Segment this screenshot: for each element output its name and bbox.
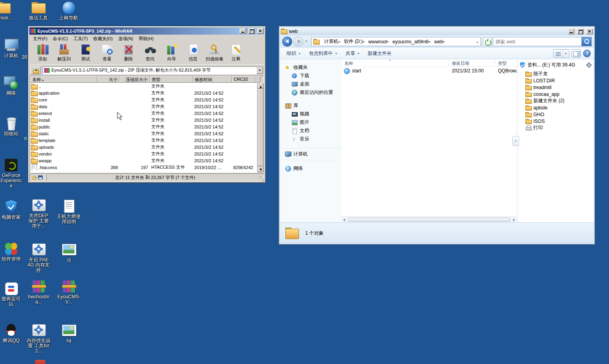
toolbar-button[interactable]: 添加 bbox=[32, 43, 53, 64]
change-view-button[interactable] bbox=[553, 49, 569, 58]
close-button[interactable] bbox=[257, 28, 264, 34]
column-header-size[interactable]: 大小 bbox=[97, 76, 119, 83]
desktop-icon-activation-tools[interactable]: 激活工具 bbox=[27, 1, 49, 21]
scrollbar-thumb[interactable] bbox=[258, 89, 264, 166]
desktop-icon-host-master-readme[interactable]: 主机大师使用说明 bbox=[57, 199, 81, 224]
desktop-icon-geforce-experience[interactable]: GeForce Experience bbox=[0, 158, 22, 189]
scroll-up-button[interactable] bbox=[258, 83, 264, 89]
maximize-button[interactable] bbox=[248, 28, 255, 34]
desktop-icon-hwshostma-archive[interactable]: hwshostma... bbox=[27, 280, 51, 305]
breadcrumb-separator-icon[interactable] bbox=[363, 40, 365, 43]
breadcrumb-separator-icon[interactable] bbox=[387, 40, 389, 43]
drive-panel-item[interactable]: 打印 bbox=[517, 125, 594, 131]
toolbar-button[interactable]: 注释 bbox=[225, 43, 247, 64]
help-icon[interactable] bbox=[583, 50, 591, 57]
breadcrumb-segment[interactable]: eyoucms_alt9m6 bbox=[390, 39, 432, 45]
explorer-titlebar[interactable]: web bbox=[280, 27, 594, 35]
desktop-icon-luj-image[interactable]: luj bbox=[57, 323, 81, 343]
organize-button[interactable]: 组织 bbox=[283, 49, 304, 58]
toolbar-button[interactable]: 解压到 bbox=[53, 43, 75, 64]
resize-grip[interactable] bbox=[260, 177, 264, 181]
desktop-icon-administrator[interactable]: ministr... bbox=[0, 1, 14, 21]
winrar-titlebar[interactable]: EyouCMS-V1.5.1-UTF8-SP3_142.zip - WinRAR bbox=[29, 27, 264, 35]
breadcrumb-segment[interactable]: web bbox=[432, 39, 446, 45]
column-header-modified[interactable]: 修改时间 bbox=[193, 76, 232, 83]
breadcrumb-segment[interactable]: wwwroot bbox=[366, 39, 390, 45]
desktop-icon-qq[interactable]: 腾讯QQ bbox=[0, 323, 22, 343]
file-row[interactable]: install 文件夹 2021/3/2 14:52 bbox=[30, 117, 257, 123]
desktop-icon-memory-optimizer[interactable]: 内存优化设置 工具for 2... bbox=[27, 323, 51, 354]
desktop-icon-software-manager[interactable]: 软件管理 bbox=[0, 242, 22, 262]
file-row[interactable]: application 文件夹 2021/3/2 14:52 bbox=[30, 90, 257, 96]
menu-item[interactable]: 收藏夹(O) bbox=[90, 35, 115, 43]
menu-item[interactable]: 命令(C) bbox=[50, 35, 70, 43]
scroll-down-button[interactable] bbox=[258, 166, 264, 172]
drive-panel-item[interactable]: treadmill bbox=[517, 84, 594, 91]
desktop-icon-network[interactable]: 网络 bbox=[0, 76, 22, 96]
file-row[interactable]: public 文件夹 2021/3/2 14:52 bbox=[30, 123, 257, 130]
new-folder-button[interactable]: 新建文件夹 bbox=[364, 49, 395, 58]
search-box[interactable] bbox=[493, 37, 591, 46]
archive-path-combobox[interactable]: EyouCMS-V1.5.1-UTF8-SP3_142.zip - ZIP 压缩… bbox=[43, 66, 264, 74]
file-row[interactable]: weapp 文件夹 2021/3/2 14:52 bbox=[30, 157, 257, 164]
scroll-left-button[interactable] bbox=[342, 217, 348, 222]
file-row[interactable]: data 文件夹 2021/3/2 14:52 bbox=[30, 103, 257, 110]
breadcrumb-segment[interactable]: 计算机 bbox=[322, 38, 342, 45]
address-bar[interactable]: 计算机软件 (D:)wwwrooteyoucms_alt9m6web bbox=[311, 37, 481, 46]
maximize-button[interactable] bbox=[577, 29, 584, 34]
desktop-icon-computer[interactable]: 计算机 bbox=[0, 39, 22, 58]
drive-panel-item[interactable]: LOST.DIR bbox=[517, 77, 594, 84]
drive-panel-item[interactable]: apkide bbox=[517, 104, 594, 111]
sidebar-item-network[interactable]: 网络 bbox=[280, 164, 342, 173]
file-row[interactable]: extend 文件夹 2021/3/2 14:52 bbox=[30, 110, 257, 117]
column-header-name[interactable]: 名称 bbox=[342, 59, 449, 66]
breadcrumb-separator-icon[interactable] bbox=[443, 40, 445, 43]
horizontal-scrollbar[interactable] bbox=[342, 216, 517, 222]
file-row[interactable]: uploads 文件夹 2021/3/2 14:52 bbox=[30, 144, 257, 150]
minimize-button[interactable] bbox=[240, 28, 246, 34]
file-row[interactable]: vendor 文件夹 2021/3/2 14:52 bbox=[30, 150, 257, 157]
view-dropdown-icon[interactable] bbox=[563, 50, 569, 57]
desktop-icon-web-navigation[interactable]: 上网导航 bbox=[57, 1, 80, 21]
gear-icon[interactable] bbox=[586, 62, 592, 68]
drive-panel-item[interactable]: coocaa_app bbox=[517, 91, 594, 97]
column-header-type[interactable]: 类型 bbox=[150, 76, 193, 83]
toolbar-button[interactable]: 测试 bbox=[75, 43, 96, 64]
search-input[interactable] bbox=[493, 37, 582, 46]
forward-button[interactable] bbox=[293, 37, 303, 47]
include-in-library-button[interactable]: 包含到库中 bbox=[305, 49, 341, 58]
desktop-icon-recycle-bin[interactable]: 回收站 bbox=[0, 117, 22, 136]
toolbar-button[interactable]: 向导 bbox=[161, 43, 182, 64]
file-row[interactable]: template 文件夹 2021/3/2 14:52 bbox=[30, 137, 257, 144]
sidebar-item[interactable]: 下载 bbox=[280, 72, 342, 80]
history-dropdown-button[interactable] bbox=[304, 37, 309, 46]
close-button[interactable] bbox=[586, 29, 593, 34]
sidebar-item[interactable]: 音乐 bbox=[280, 135, 342, 143]
menu-item[interactable]: 选项(N) bbox=[115, 35, 136, 43]
scrollbar-thumb[interactable] bbox=[348, 218, 510, 222]
sidebar-item[interactable]: 视频 bbox=[280, 110, 342, 118]
desktop-icon-cj-image[interactable]: cj bbox=[57, 243, 81, 263]
menu-item[interactable]: 帮助(H) bbox=[136, 35, 156, 43]
drive-panel-item[interactable]: 新建文件夹 (2) bbox=[517, 97, 594, 104]
menu-item[interactable]: 文件(F) bbox=[30, 35, 50, 43]
desktop-icon-es[interactable]: 图肯定可以 bbox=[0, 282, 22, 307]
sidebar-item[interactable]: 文档 bbox=[280, 127, 342, 135]
column-header-crc32[interactable]: CRC32 bbox=[232, 76, 256, 83]
file-row[interactable]: .htaccess 398 197 HTACCESS 文件 2019/10/22… bbox=[30, 164, 257, 171]
toolbar-button[interactable]: 扫描病毒 bbox=[204, 43, 225, 64]
sidebar-item[interactable]: 桌面 bbox=[280, 80, 342, 88]
back-button[interactable] bbox=[282, 37, 292, 47]
breadcrumb-separator-icon[interactable] bbox=[338, 40, 341, 43]
sidebar-item[interactable]: 图片 bbox=[280, 118, 342, 127]
share-button[interactable]: 共享 bbox=[342, 49, 363, 58]
sidebar-item[interactable]: 最近访问的位置 bbox=[280, 88, 342, 97]
file-row[interactable]: static 文件夹 2021/3/2 14:52 bbox=[30, 130, 257, 137]
collapse-panel-button[interactable] bbox=[512, 136, 519, 146]
sidebar-item-libraries[interactable]: 库 bbox=[280, 101, 342, 110]
toolbar-button[interactable]: 查找 bbox=[139, 43, 161, 64]
desktop-icon-eyoucms-archive[interactable]: EyouCMS-V... bbox=[57, 280, 81, 305]
drive-panel-item[interactable]: ISOS bbox=[517, 118, 594, 125]
drive-panel-item[interactable]: 陈子龙 bbox=[517, 70, 594, 77]
sidebar-item-favorites[interactable]: 收藏夹 bbox=[280, 63, 342, 72]
